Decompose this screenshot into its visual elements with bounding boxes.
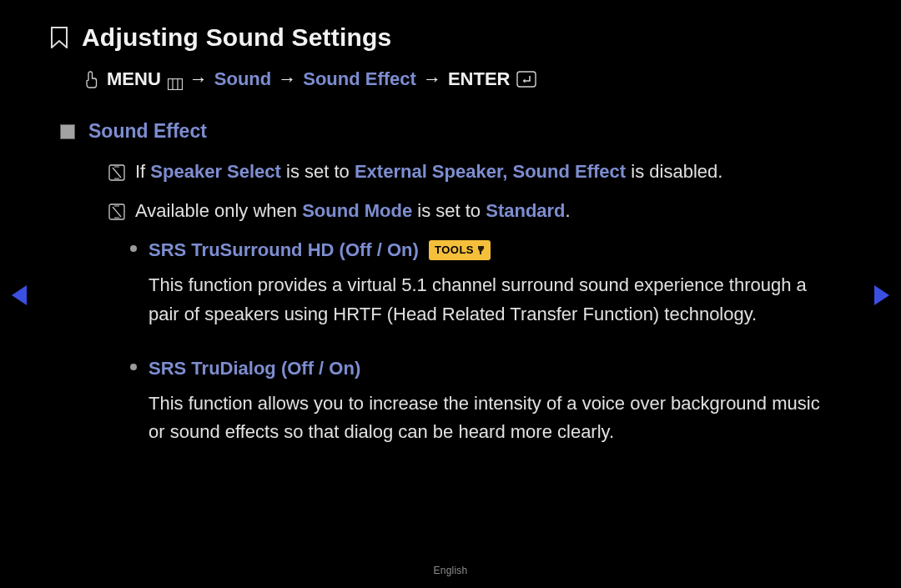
footer-language: English xyxy=(0,565,901,576)
note-icon xyxy=(108,200,125,217)
note-text-part: is set to xyxy=(412,200,486,221)
feature-item: SRS TruSurround HD (Off / On) TOOLS xyxy=(130,236,859,264)
feature-item: SRS TruDialog (Off / On) xyxy=(130,354,859,383)
note-text-part: If xyxy=(135,161,150,182)
note-text-part: is disabled. xyxy=(626,161,722,182)
feature-heading: SRS TruSurround HD (Off / On) xyxy=(148,239,419,260)
note-text-part: is set to xyxy=(281,161,355,182)
tools-badge: TOOLS xyxy=(429,240,491,260)
svg-rect-0 xyxy=(168,79,182,90)
section-title: Sound Effect xyxy=(88,120,207,143)
note-text-bold: Standard xyxy=(486,200,565,221)
breadcrumb-enter-label: ENTER xyxy=(448,68,511,90)
note-text-bold: Sound Mode xyxy=(302,200,412,221)
feature-description: This function provides a virtual 5.1 cha… xyxy=(148,271,834,329)
note-row: Available only when Sound Mode is set to… xyxy=(108,197,859,224)
section-header: Sound Effect xyxy=(50,120,859,143)
breadcrumb-sound-effect: Sound Effect xyxy=(303,68,416,90)
breadcrumb-menu-label: MENU xyxy=(107,68,161,90)
feature-heading: SRS TruDialog (Off / On) xyxy=(148,354,360,383)
dot-bullet-icon xyxy=(130,364,137,370)
remote-hand-icon xyxy=(83,70,100,88)
breadcrumb-arrow: → xyxy=(423,68,441,90)
note-text-bold: External Speaker, Sound Effect xyxy=(355,161,626,182)
manual-page: Adjusting Sound Settings MENU → Sound → … xyxy=(0,0,901,588)
note-text-bold: Speaker Select xyxy=(150,161,281,182)
note-row: If Speaker Select is set to External Spe… xyxy=(108,158,859,185)
breadcrumb-sound: Sound xyxy=(214,68,271,90)
breadcrumb-arrow: → xyxy=(278,68,296,90)
title-row: Adjusting Sound Settings xyxy=(50,23,859,52)
dot-bullet-icon xyxy=(130,245,137,252)
page-title: Adjusting Sound Settings xyxy=(82,23,391,52)
note-icon xyxy=(108,161,125,178)
square-bullet-icon xyxy=(60,124,75,139)
menu-grid-icon xyxy=(168,73,183,85)
note-text: Available only when Sound Mode is set to… xyxy=(135,197,571,224)
breadcrumb-arrow: → xyxy=(189,68,208,90)
bookmark-icon xyxy=(50,27,68,48)
note-text-part: . xyxy=(566,200,571,221)
note-text: If Speaker Select is set to External Spe… xyxy=(135,158,722,185)
breadcrumb: MENU → Sound → Sound Effect → ENTER xyxy=(83,68,859,90)
tools-badge-icon xyxy=(476,245,486,255)
nav-left-arrow[interactable] xyxy=(12,285,27,305)
tools-badge-label: TOOLS xyxy=(435,242,474,259)
svg-rect-3 xyxy=(517,72,536,87)
nav-right-arrow[interactable] xyxy=(874,285,889,305)
enter-icon xyxy=(516,71,536,88)
feature-description: This function allows you to increase the… xyxy=(148,389,834,448)
note-text-part: Available only when xyxy=(135,200,302,221)
